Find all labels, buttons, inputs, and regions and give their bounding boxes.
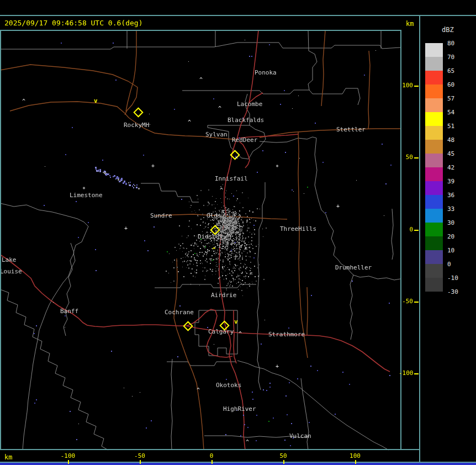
scale-tick-label: -10 bbox=[447, 274, 466, 282]
bottom-axis-tick-label: -100 bbox=[58, 452, 78, 459]
scale-color-block bbox=[425, 209, 443, 223]
right-axis-tick-label: -50 bbox=[399, 298, 413, 305]
scale-tick-label: 10 bbox=[447, 247, 466, 254]
range-unit-label-top: km bbox=[406, 20, 414, 28]
right-axis-tick-label: 100 bbox=[399, 82, 413, 89]
scale-tick-label: 70 bbox=[447, 54, 466, 61]
scale-color-block bbox=[425, 167, 443, 181]
bottom-axis-tick bbox=[211, 460, 213, 464]
scale-tick-label: 80 bbox=[447, 40, 466, 47]
map-border-segment bbox=[401, 449, 419, 450]
scale-color-block bbox=[425, 264, 443, 278]
scale-color-block bbox=[425, 112, 443, 126]
right-axis-tick-label: 0 bbox=[399, 226, 413, 233]
scale-color-block bbox=[425, 250, 443, 264]
radar-display-window: PonokaLacombeBlackfaldsSylvanRedDeerStet… bbox=[0, 0, 476, 465]
scale-color-block bbox=[425, 181, 443, 195]
right-axis-tick-label: -100 bbox=[399, 369, 413, 377]
scale-tick-label: 30 bbox=[447, 219, 466, 226]
scale-color-block bbox=[425, 195, 443, 209]
scale-tick-label: 33 bbox=[447, 205, 466, 213]
scale-color-block bbox=[425, 278, 443, 292]
bottom-axis-tick bbox=[140, 460, 141, 464]
scale-tick-label: 0 bbox=[447, 261, 466, 268]
scale-color-block bbox=[425, 236, 443, 250]
scale-tick-label: 20 bbox=[447, 233, 466, 240]
right-axis-tick bbox=[414, 157, 419, 158]
timestamp-label: 2025/09/17 09:46:58 UTC 0.6(deg) bbox=[4, 19, 142, 27]
scale-tick-label: 45 bbox=[447, 150, 466, 157]
bottom-axis-tick-label: 50 bbox=[273, 452, 293, 459]
scale-tick-label: 65 bbox=[447, 67, 466, 75]
scale-color-block bbox=[425, 98, 443, 112]
scale-tick-label: 39 bbox=[447, 178, 466, 185]
bottom-axis-tick bbox=[283, 460, 284, 464]
bottom-axis-tick-label: 0 bbox=[202, 452, 221, 459]
scale-color-block bbox=[425, 126, 443, 140]
scale-tick-label: -30 bbox=[447, 288, 466, 295]
scale-tick-label: 60 bbox=[447, 81, 466, 88]
scale-tick-label: 36 bbox=[447, 192, 466, 199]
right-axis-tick bbox=[414, 230, 419, 231]
title-bar bbox=[0, 0, 476, 16]
right-axis-tick-label: 50 bbox=[399, 154, 413, 161]
scale-color-block bbox=[425, 154, 443, 167]
scale-color-block bbox=[425, 223, 443, 236]
scale-tick-label: 42 bbox=[447, 164, 466, 171]
scale-color-block bbox=[425, 84, 443, 98]
scale-color-block bbox=[425, 140, 443, 154]
bottom-axis-tick-label: 100 bbox=[345, 452, 365, 459]
right-axis-tick bbox=[414, 373, 419, 374]
scale-unit-label: dBZ bbox=[442, 26, 454, 34]
range-unit-label-bottom: km bbox=[4, 453, 12, 461]
right-axis-tick bbox=[414, 302, 419, 303]
color-scale-panel: dBZ 807065605754514845423936333020100-10… bbox=[420, 16, 476, 462]
bottom-axis-tick bbox=[68, 460, 69, 464]
scale-color-block bbox=[425, 57, 443, 71]
status-strip bbox=[0, 463, 476, 465]
scale-tick-label: 48 bbox=[447, 136, 466, 144]
panel-divider bbox=[419, 16, 420, 463]
bottom-axis-tick bbox=[355, 460, 356, 464]
right-axis-tick bbox=[414, 86, 419, 87]
scale-tick-label: 51 bbox=[447, 123, 466, 130]
scale-tick-label: 57 bbox=[447, 95, 466, 102]
scale-color-block bbox=[425, 71, 443, 84]
bottom-axis-tick-label: -50 bbox=[130, 452, 150, 459]
scale-color-block bbox=[425, 43, 443, 57]
scale-tick-label: 54 bbox=[447, 109, 466, 116]
